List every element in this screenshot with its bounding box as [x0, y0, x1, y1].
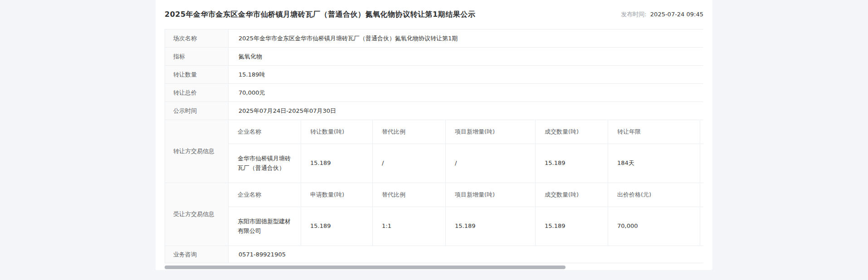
cell-substitution-ratio: 1:1: [373, 207, 446, 246]
transferee-data-row: 东阳市固德新型建材有限公司 15.189 1:1 15.189 15.189 7…: [229, 207, 703, 246]
horizontal-scrollbar: [165, 266, 703, 269]
column-header: 转让数量(吨): [301, 120, 373, 144]
column-header: 转让年限: [608, 120, 700, 144]
column-header: 项目新增量(吨): [446, 120, 536, 144]
cell-substitution-ratio: /: [373, 144, 446, 183]
page-title: 2025年金华市金东区金华市仙桥镇月塘砖瓦厂（普通合伙）氮氧化物协议转让第1期结…: [165, 10, 475, 19]
row-label: 转让总价: [165, 84, 229, 101]
table-row-publicity-period: 公示时间 2025年07月24日-2025年07月30日: [165, 102, 703, 120]
publish-time-label: 发布时间:: [621, 11, 646, 18]
row-label: 公示时间: [165, 102, 229, 120]
cell-project-increment: /: [446, 144, 536, 183]
column-header: 企业名称: [229, 120, 301, 144]
row-label: 指标: [165, 48, 229, 65]
row-label: 转让数量: [165, 66, 229, 83]
table-row-transfer-quantity: 转让数量 15.189吨: [165, 66, 703, 84]
cell-apply-quantity: 15.189: [301, 207, 373, 246]
column-header: 企业名称: [229, 183, 301, 207]
transferor-header-row: 企业名称 转让数量(吨) 替代比例 项目新增量(吨) 成交数量(吨) 转让年限: [229, 120, 703, 144]
row-value: 15.189吨: [229, 66, 703, 83]
row-label: 转让方交易信息: [165, 120, 229, 183]
cell-transfer-term: 184天: [608, 144, 700, 183]
consultation-phone: 0571-89921905: [229, 246, 703, 263]
table-row-session-name: 场次名称 2025年金华市金东区金华市仙桥镇月塘砖瓦厂（普通合伙）氮氧化物协议转…: [165, 29, 703, 48]
row-label: 受让方交易信息: [165, 183, 229, 246]
row-value: 70,000元: [229, 84, 703, 101]
table-row-business-consultation: 业务咨询 0571-89921905: [165, 246, 703, 263]
row-label: 场次名称: [165, 29, 229, 47]
column-header: 出价价格(元): [608, 183, 700, 207]
transferor-section-row: 转让方交易信息 企业名称 转让数量(吨) 替代比例 项目新增量(吨) 成交数量(…: [165, 120, 703, 183]
transferor-nested-table: 企业名称 转让数量(吨) 替代比例 项目新增量(吨) 成交数量(吨) 转让年限 …: [229, 120, 703, 183]
cell-company-name: 金华市仙桥镇月塘砖瓦厂（普通合伙）: [229, 144, 301, 183]
transferor-data-row: 金华市仙桥镇月塘砖瓦厂（普通合伙） 15.189 / / 15.189 184天: [229, 144, 703, 183]
publish-time: 发布时间: 2025-07-24 09:45: [621, 10, 703, 19]
row-label: 业务咨询: [165, 246, 229, 263]
cell-company-name: 东阳市固德新型建材有限公司: [229, 207, 301, 246]
column-header: 替代比例: [373, 120, 446, 144]
row-value: 2025年金华市金东区金华市仙桥镇月塘砖瓦厂（普通合伙）氮氧化物协议转让第1期: [229, 29, 703, 47]
cell-transfer-quantity: 15.189: [301, 144, 373, 183]
cell-project-increment: 15.189: [446, 207, 536, 246]
horizontal-scrollbar-thumb[interactable]: [165, 266, 566, 269]
card-header: 2025年金华市金东区金华市仙桥镇月塘砖瓦厂（普通合伙）氮氧化物协议转让第1期结…: [165, 0, 703, 29]
cell-deal-quantity: 15.189: [536, 144, 608, 183]
column-header: 成交数量(吨): [536, 183, 608, 207]
row-value: 2025年07月24日-2025年07月30日: [229, 102, 703, 120]
publish-time-value: 2025-07-24 09:45: [650, 11, 703, 18]
cell-bid-price: 70,000: [608, 207, 700, 246]
transferee-header-row: 企业名称 申请数量(吨) 替代比例 项目新增量(吨) 成交数量(吨) 出价价格(…: [229, 183, 703, 207]
cell-deal-quantity: 15.189: [536, 207, 608, 246]
transferee-nested-table: 企业名称 申请数量(吨) 替代比例 项目新增量(吨) 成交数量(吨) 出价价格(…: [229, 183, 703, 246]
transferee-section-row: 受让方交易信息 企业名称 申请数量(吨) 替代比例 项目新增量(吨) 成交数量(…: [165, 183, 703, 246]
table-row-transfer-total-price: 转让总价 70,000元: [165, 84, 703, 102]
column-header: 项目新增量(吨): [446, 183, 536, 207]
column-header: 申请数量(吨): [301, 183, 373, 207]
announcement-table: 场次名称 2025年金华市金东区金华市仙桥镇月塘砖瓦厂（普通合伙）氮氧化物协议转…: [165, 29, 703, 263]
row-value: 氮氧化物: [229, 48, 703, 65]
table-row-indicator: 指标 氮氧化物: [165, 48, 703, 66]
column-header: 成交数量(吨): [536, 120, 608, 144]
column-header: 替代比例: [373, 183, 446, 207]
announcement-card: 2025年金华市金东区金华市仙桥镇月塘砖瓦厂（普通合伙）氮氧化物协议转让第1期结…: [156, 0, 712, 270]
